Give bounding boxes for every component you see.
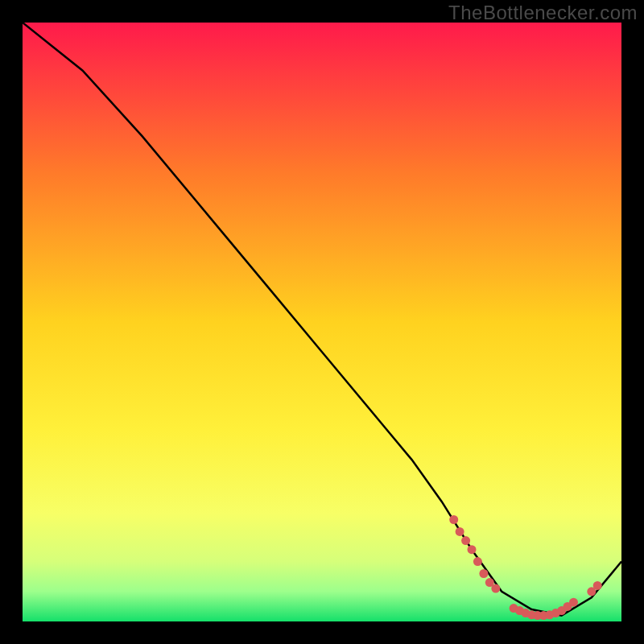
highlight-segment-left-dot [473, 557, 482, 566]
highlight-segment-left-dot [456, 527, 464, 536]
gradient-background [23, 23, 621, 621]
highlight-segment-left-dot [461, 536, 470, 545]
chart-frame: TheBottlenecker.com [0, 0, 644, 644]
highlight-segment-left-dot [479, 569, 488, 578]
highlight-segment-left-dot [449, 515, 458, 524]
attribution-text: TheBottlenecker.com [448, 2, 638, 24]
highlight-segment-right-dot [593, 581, 602, 590]
chart-plot-area [23, 23, 621, 621]
chart-svg [23, 23, 621, 621]
highlight-segment-bottom-dot [569, 598, 578, 607]
highlight-segment-left-dot [491, 584, 500, 593]
highlight-segment-left-dot [468, 545, 477, 554]
